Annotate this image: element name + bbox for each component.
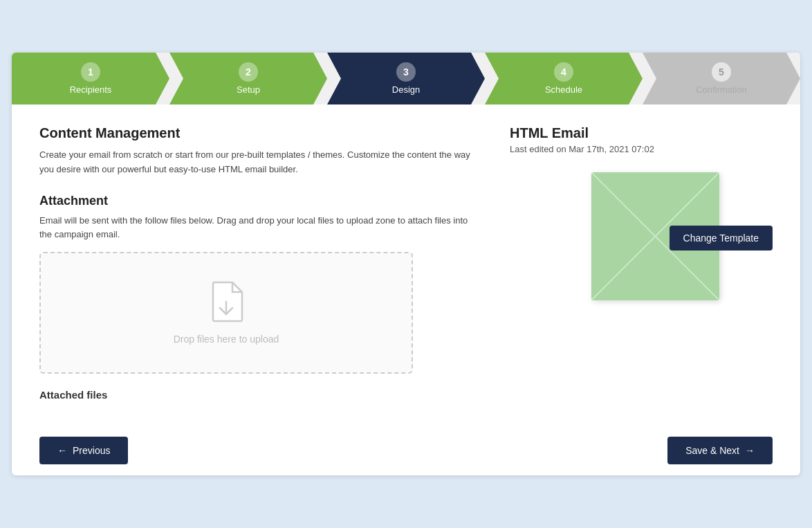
file-drop-zone[interactable]: Drop files here to upload <box>39 252 413 374</box>
step-setup[interactable]: 2 Setup <box>169 53 327 104</box>
email-last-edited: Last edited on Mar 17th, 2021 07:02 <box>510 144 654 154</box>
step-number-3: 3 <box>396 62 416 82</box>
step-design[interactable]: 3 Design <box>327 53 485 104</box>
drop-zone-label: Drop files here to upload <box>174 334 279 345</box>
save-next-button[interactable]: Save & Next <box>667 437 773 464</box>
save-next-label: Save & Next <box>685 445 739 456</box>
attachment-description: Email will be sent with the follow files… <box>39 214 482 243</box>
step-label-schedule: Schedule <box>545 84 582 95</box>
right-column: HTML Email Last edited on Mar 17th, 2021… <box>510 125 773 405</box>
left-column: Content Management Create your email fro… <box>39 125 482 405</box>
step-label-confirmation: Confirmation <box>696 84 747 95</box>
arrow-left-icon <box>57 445 67 456</box>
step-confirmation[interactable]: 5 Confirmation <box>643 53 800 104</box>
arrow-right-icon <box>745 445 755 456</box>
page-content: Content Management Create your email fro… <box>12 104 800 419</box>
step-label-design: Design <box>392 84 420 95</box>
content-management-description: Create your email from scratch or start … <box>39 148 482 177</box>
step-label-recipients: Recipients <box>70 84 112 95</box>
step-number-4: 4 <box>554 62 573 82</box>
step-recipients[interactable]: 1 Recipients <box>12 53 169 104</box>
attachment-title: Attachment <box>39 194 482 208</box>
footer: Previous Save & Next <box>12 426 800 475</box>
previous-label: Previous <box>73 445 110 456</box>
stepper: 1 Recipients 2 Setup 3 Design 4 Schedule… <box>12 53 800 104</box>
step-schedule[interactable]: 4 Schedule <box>485 53 643 104</box>
file-upload-icon <box>209 281 243 325</box>
step-label-setup: Setup <box>237 84 260 95</box>
email-type-label: HTML Email <box>510 125 589 141</box>
main-container: 1 Recipients 2 Setup 3 Design 4 Schedule… <box>12 53 800 475</box>
two-column-layout: Content Management Create your email fro… <box>39 125 773 405</box>
change-template-button[interactable]: Change Template <box>670 226 773 251</box>
previous-button[interactable]: Previous <box>39 437 128 464</box>
step-number-1: 1 <box>81 62 100 82</box>
step-number-2: 2 <box>239 62 258 82</box>
step-number-5: 5 <box>712 62 731 82</box>
attached-files-label: Attached files <box>39 389 482 401</box>
content-management-title: Content Management <box>39 125 482 141</box>
